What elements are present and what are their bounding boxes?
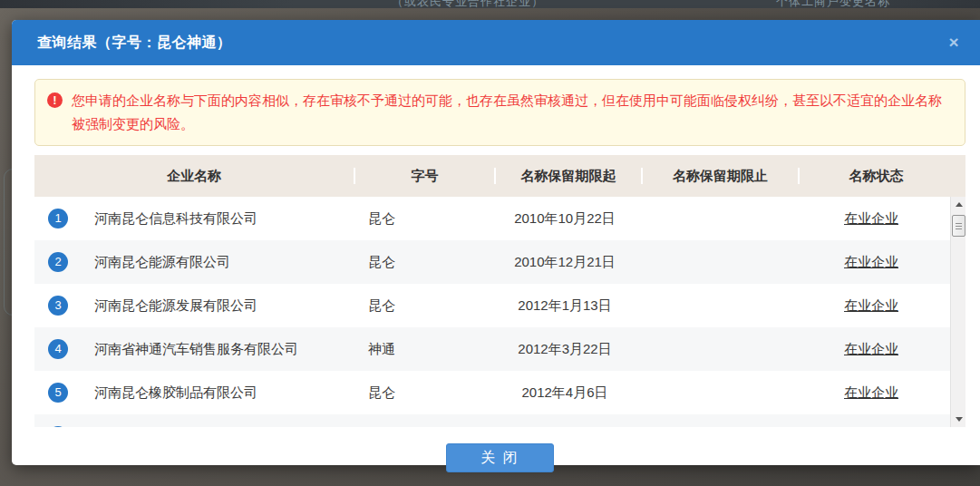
name-status-cell: 在业企业 — [792, 341, 950, 358]
row-index-badge-cell: 5 — [34, 383, 82, 403]
row-index-badge: 5 — [48, 383, 68, 403]
column-header-name-status: 名称状态 — [798, 168, 953, 184]
name-status-cell: 在业企业 — [792, 384, 950, 402]
trade-name-cell: 昆仑 — [354, 384, 492, 402]
trade-name-cell: 昆仑 — [354, 254, 492, 271]
table-body-viewport: 1河南昆仑信息科技有限公司昆仑2010年10月22日在业企业2河南昆仑能源有限公… — [34, 197, 965, 427]
column-header-reserve-end: 名称保留期限止 — [641, 168, 798, 184]
status-link[interactable]: 在业企业 — [844, 210, 898, 226]
row-index-badge — [48, 426, 68, 427]
warning-icon: ! — [47, 92, 63, 108]
warning-text: 您申请的企业名称与下面的内容相似，存在审核不予通过的可能，也存在虽然审核通过，但… — [72, 92, 942, 131]
column-header-reserve-start: 名称保留期限起 — [494, 168, 641, 184]
dialog-body: ! 您申请的企业名称与下面的内容相似，存在审核不予通过的可能，也存在虽然审核通过… — [12, 65, 980, 472]
table-row: 1河南昆仑信息科技有限公司昆仑2010年10月22日在业企业 — [34, 197, 950, 240]
row-index-badge: 2 — [48, 252, 68, 272]
table-header-row: 企业名称 字号 名称保留期限起 名称保留期限止 名称状态 — [34, 155, 965, 197]
query-result-dialog: 查询结果（字号：昆仑神通） × ! 您申请的企业名称与下面的内容相似，存在审核不… — [12, 20, 980, 465]
table-row: 3河南昆仑能源发展有限公司昆仑2012年1月13日在业企业 — [34, 284, 950, 327]
reserve-start-cell: 2010年10月22日 — [492, 210, 637, 228]
background-text-fragment: 个体工商户变更名称 — [776, 0, 890, 8]
table-row — [34, 414, 950, 427]
background-page-strip: （或农民专业合作社企业） 个体工商户变更名称 — [0, 0, 980, 8]
column-header-company-name: 企业名称 — [34, 168, 354, 184]
table-row: 4河南省神通汽车销售服务有限公司神通2012年3月22日在业企业 — [34, 327, 950, 371]
result-table: 企业名称 字号 名称保留期限起 名称保留期限止 名称状态 1河南昆仑信息科技有限… — [34, 155, 965, 427]
reserve-start-cell: 2012年3月22日 — [492, 341, 637, 358]
status-link[interactable]: 在业企业 — [844, 341, 898, 356]
name-status-cell: 在业企业 — [792, 210, 950, 228]
table-row: 5河南昆仑橡胶制品有限公司昆仑2012年4月6日在业企业 — [34, 371, 950, 414]
column-header-trade-name: 字号 — [354, 168, 494, 184]
company-name-cell: 河南省神通汽车销售服务有限公司 — [82, 341, 354, 358]
close-button[interactable]: 关 闭 — [446, 443, 554, 472]
row-index-badge: 4 — [48, 339, 68, 359]
company-name-cell: 河南昆仑信息科技有限公司 — [82, 210, 354, 228]
reserve-start-cell: 2012年1月13日 — [492, 297, 637, 315]
dialog-header: 查询结果（字号：昆仑神通） × — [12, 20, 980, 65]
table-row: 2河南昆仑能源有限公司昆仑2010年12月21日在业企业 — [34, 240, 950, 284]
row-index-badge-cell — [34, 426, 82, 427]
close-icon[interactable]: × — [944, 33, 964, 53]
dialog-footer: 关 闭 — [34, 443, 965, 472]
company-name-cell: 河南昆仑能源发展有限公司 — [82, 297, 354, 315]
row-index-badge-cell: 4 — [34, 339, 82, 359]
scrollbar-thumb[interactable] — [952, 215, 965, 237]
status-link[interactable]: 在业企业 — [844, 254, 898, 269]
status-link[interactable]: 在业企业 — [844, 297, 898, 313]
dialog-title: 查询结果（字号：昆仑神通） — [12, 34, 232, 53]
trade-name-cell: 神通 — [354, 341, 492, 358]
table-rows: 1河南昆仑信息科技有限公司昆仑2010年10月22日在业企业2河南昆仑能源有限公… — [34, 197, 950, 427]
scrollbar-down-arrow-icon[interactable] — [951, 412, 965, 427]
row-index-badge-cell: 2 — [34, 252, 82, 272]
trade-name-cell: 昆仑 — [354, 210, 492, 228]
status-link[interactable]: 在业企业 — [844, 384, 898, 400]
row-index-badge: 3 — [48, 296, 68, 316]
reserve-start-cell: 2010年12月21日 — [492, 254, 637, 271]
row-index-badge-cell: 1 — [34, 209, 82, 228]
background-text-fragment: （或农民专业合作社企业） — [392, 0, 544, 8]
row-index-badge: 1 — [48, 209, 68, 228]
scrollbar-up-arrow-icon[interactable] — [951, 197, 965, 212]
name-status-cell: 在业企业 — [792, 297, 950, 315]
reserve-start-cell: 2012年4月6日 — [492, 384, 637, 402]
vertical-scrollbar[interactable] — [950, 197, 965, 427]
warning-banner: ! 您申请的企业名称与下面的内容相似，存在审核不予通过的可能，也存在虽然审核通过… — [34, 79, 965, 146]
row-index-badge-cell: 3 — [34, 296, 82, 316]
name-status-cell: 在业企业 — [792, 254, 950, 271]
trade-name-cell: 昆仑 — [354, 297, 492, 315]
company-name-cell: 河南昆仑能源有限公司 — [82, 254, 354, 271]
company-name-cell: 河南昆仑橡胶制品有限公司 — [82, 384, 354, 402]
